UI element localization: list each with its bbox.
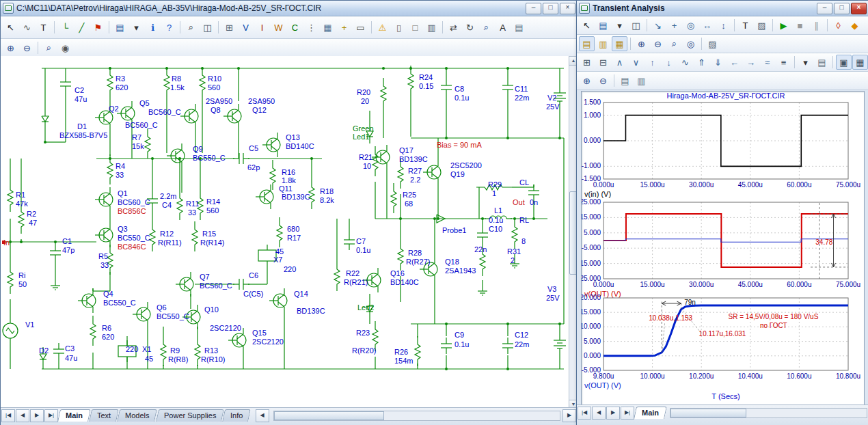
part-list-dropdown-icon[interactable]: ▾ [128,20,144,35]
cursor-left-icon[interactable]: ← [727,55,742,70]
schematic-titlebar[interactable]: C:\MC11\DATA\Petrov\Hiraga\HIRAGA_AB-35V… [1,1,578,16]
zoom-out-icon[interactable]: ⊖ [595,73,611,88]
smoothing-icon[interactable]: ≈ [759,55,775,70]
find-icon[interactable]: ⌕ [478,20,494,35]
info-icon[interactable]: ℹ [145,20,161,35]
select-icon[interactable]: ↖ [3,20,18,35]
stop-icon[interactable]: ■ [792,18,808,33]
rotate-icon[interactable]: ↻ [462,20,478,35]
vertical-tag-icon[interactable]: ↕ [716,18,731,33]
two-pane-icon[interactable]: ▥ [595,36,611,51]
plot-properties-icon[interactable]: ▨ [705,36,720,51]
zoom-doc-icon[interactable]: ⌕ [183,20,199,35]
currents-icon[interactable]: I [254,20,270,35]
tab-main[interactable]: Main [57,409,91,422]
warning-icon[interactable]: ⚠ [375,20,390,35]
data-points-icon[interactable]: ▣ [836,55,852,70]
hscroll-left-icon[interactable]: ◀ [256,409,269,422]
zoom-out-icon[interactable]: ⊖ [19,40,35,55]
mirror-icon[interactable]: ⇄ [446,20,461,35]
schematic-canvas[interactable]: C247uR3620R81.5kR10560R240.15C80.1uC1122… [1,56,569,409]
select-icon[interactable]: ↖ [579,18,595,33]
last-page-button[interactable]: ▶| [621,407,634,420]
prev-page-button[interactable]: ◀ [592,407,606,420]
tab-power-supplies[interactable]: Power Supplies [156,409,224,422]
schematic-hscrollbar[interactable] [273,411,560,421]
inflection-icon[interactable]: ∿ [677,55,693,70]
add-tag-icon[interactable]: ⊞ [579,55,595,70]
analysis-titlebar[interactable]: Transient Analysis – □ × [577,1,868,16]
animate-icon[interactable]: ◆ [847,18,863,33]
point-tag-icon[interactable]: ◎ [683,18,699,33]
autoscale-icon[interactable]: ◎ [683,36,699,51]
clipboard-icon[interactable]: ▤ [112,20,128,35]
last-page-button[interactable]: ▶| [44,409,58,422]
font-icon[interactable]: A [495,20,511,35]
tile-windows-icon[interactable]: ▥ [424,20,439,35]
one-pane-icon[interactable]: ▤ [579,36,595,51]
thumbnail-icon[interactable]: ▥ [634,73,649,88]
dropdown-icon[interactable]: ▾ [612,18,627,33]
tile-plots-icon[interactable]: ◫ [628,18,644,33]
pause-icon[interactable]: ∥ [809,18,824,33]
tab-main[interactable]: Main [634,407,667,419]
properties-icon[interactable]: ▨ [754,18,770,33]
zoom-in-icon[interactable]: ⊕ [579,73,595,88]
analysis-hscrollbar[interactable] [670,408,867,418]
grid-toggle-icon[interactable]: ▦ [852,55,868,70]
hscroll-thumb[interactable] [274,411,384,420]
split-window-icon[interactable]: ◫ [200,20,215,35]
next-page-button[interactable]: ▶ [606,407,620,420]
node-numbers-icon[interactable]: ⊞ [221,20,237,35]
node-voltages-icon[interactable]: V [238,20,254,35]
maximize-button[interactable]: □ [543,3,558,14]
tab-info[interactable]: Info [222,409,251,422]
border-icon[interactable]: ▭ [353,20,368,35]
tab-models[interactable]: Models [117,409,157,422]
grid-icon[interactable]: ▦ [320,20,336,35]
power-icon[interactable]: W [271,20,286,35]
scale-mode-icon[interactable]: ↘ [650,18,666,33]
wire-mode-icon[interactable]: ∿ [19,20,35,35]
cursor-mode-icon[interactable]: + [666,18,682,33]
page-icon[interactable]: ▤ [511,20,527,35]
maximize-button[interactable]: □ [834,3,850,14]
diag-wire-icon[interactable]: ╱ [74,20,90,35]
minimize-button[interactable]: – [817,3,832,14]
clipboard-dropdown-icon[interactable]: ▾ [798,55,813,70]
ortho-wire-icon[interactable]: └ [57,20,73,35]
probe-icon[interactable]: ◊ [830,18,846,33]
text-mode-icon[interactable]: T [737,18,753,33]
horizontal-tag-icon[interactable]: ↔ [699,18,715,33]
plot-page[interactable]: 0.000u15.000u30.000u45.000u60.000u75.000… [581,91,865,405]
flag-icon[interactable]: ⚑ [90,20,106,35]
hscroll-right-icon[interactable]: ▶ [562,409,576,422]
remove-tag-icon[interactable]: ⊟ [595,55,611,70]
waveform-list-icon[interactable]: ▤ [814,55,830,70]
close-button[interactable]: × [560,3,575,14]
first-page-button[interactable]: |◀ [1,409,15,422]
run-icon[interactable]: ▶ [776,18,791,33]
high-icon[interactable]: ↑ [645,55,660,70]
help-icon[interactable]: ? [161,20,177,35]
copy-graph-icon[interactable]: ▤ [617,73,633,88]
crosshair-icon[interactable]: + [336,20,352,35]
sheet-icon[interactable]: ▯ [391,20,407,35]
first-page-button[interactable]: |◀ [578,407,591,420]
zoom-in-icon[interactable]: ⊕ [3,40,18,55]
plots-svg[interactable]: 0.000u15.000u30.000u45.000u60.000u75.000… [582,92,864,405]
three-pane-icon[interactable]: ▦ [612,36,627,51]
zoom-window-icon[interactable]: ⌕ [666,36,682,51]
zoom-area-icon[interactable]: ⌕ [41,40,57,55]
valley-icon[interactable]: ∨ [628,55,644,70]
pin-connections-icon[interactable]: ⋮ [303,20,319,35]
hscroll-thumb[interactable] [670,409,746,417]
zoom-out-icon[interactable]: ⊖ [650,36,666,51]
tab-text[interactable]: Text [89,409,119,422]
numeric-output-icon[interactable]: ≡ [776,55,791,70]
clipboard-icon[interactable]: ▤ [595,18,611,33]
cursor-right-icon[interactable]: → [743,55,759,70]
text-mode-icon[interactable]: T [36,20,51,35]
global-low-icon[interactable]: ⇓ [710,55,726,70]
copy-image-icon[interactable]: ◉ [57,40,73,55]
